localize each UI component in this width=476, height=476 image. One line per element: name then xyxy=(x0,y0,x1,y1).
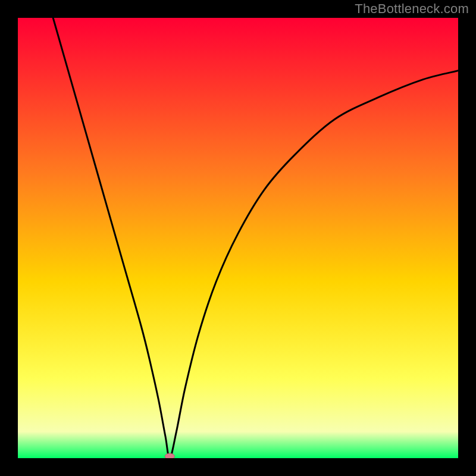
minimum-marker xyxy=(165,453,174,458)
chart-svg xyxy=(18,18,458,458)
chart-frame: TheBottleneck.com xyxy=(0,0,476,476)
watermark-text: TheBottleneck.com xyxy=(355,1,469,17)
plot-area xyxy=(18,18,458,458)
gradient-background xyxy=(18,18,458,458)
